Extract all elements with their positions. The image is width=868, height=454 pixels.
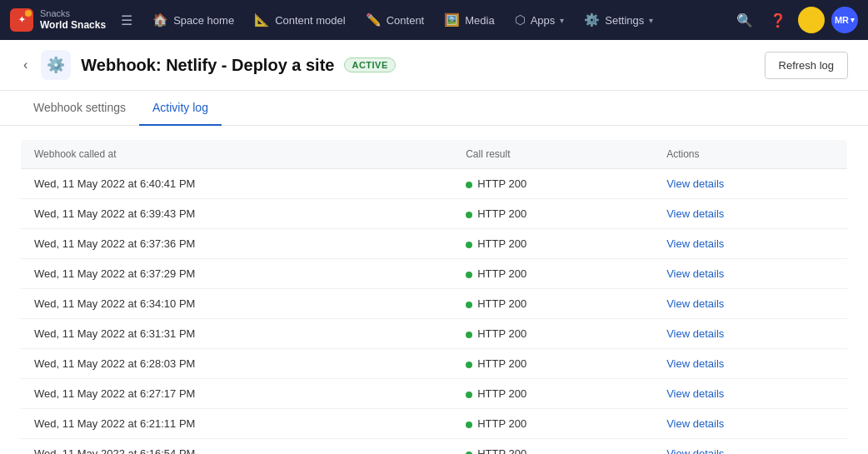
cell-actions: View details	[653, 319, 847, 349]
content-icon: ✏️	[366, 12, 382, 27]
nav-settings-label: Settings	[605, 14, 644, 27]
cell-called-at: Wed, 11 May 2022 at 6:39:43 PM	[21, 199, 453, 229]
nav-settings[interactable]: ⚙️ Settings ▾	[576, 7, 661, 32]
cell-actions: View details	[653, 439, 847, 455]
tab-activity-log[interactable]: Activity log	[139, 91, 222, 126]
cell-actions: View details	[653, 349, 847, 379]
cell-actions: View details	[653, 169, 847, 199]
settings-icon: ⚙️	[584, 12, 600, 27]
table-row: Wed, 11 May 2022 at 6:37:29 PM HTTP 200 …	[21, 259, 848, 289]
status-dot-icon	[466, 182, 472, 188]
back-button[interactable]: ‹	[20, 54, 31, 76]
cell-actions: View details	[653, 229, 847, 259]
status-dot-icon	[466, 242, 472, 248]
activity-log-table: Webhook called at Call result Actions We…	[20, 139, 848, 454]
nav-media-label: Media	[465, 14, 494, 27]
cell-called-at: Wed, 11 May 2022 at 6:40:41 PM	[21, 169, 453, 199]
cell-called-at: Wed, 11 May 2022 at 6:34:10 PM	[21, 289, 453, 319]
nav-content-model[interactable]: 📐 Content model	[246, 7, 354, 32]
table-row: Wed, 11 May 2022 at 6:28:03 PM HTTP 200 …	[21, 349, 848, 379]
cell-call-result: HTTP 200	[452, 289, 653, 319]
table-row: Wed, 11 May 2022 at 6:39:43 PM HTTP 200 …	[21, 199, 848, 229]
view-details-button[interactable]: View details	[666, 387, 724, 400]
cell-actions: View details	[653, 259, 847, 289]
table-row: Wed, 11 May 2022 at 6:31:31 PM HTTP 200 …	[21, 319, 848, 349]
app-icon: ✦	[10, 8, 33, 32]
view-details-button[interactable]: View details	[666, 237, 724, 250]
activity-log-section: Webhook called at Call result Actions We…	[0, 126, 868, 454]
cell-actions: View details	[653, 289, 847, 319]
logo: ✦ Snacks World Snacks	[10, 7, 106, 32]
view-details-button[interactable]: View details	[666, 207, 724, 220]
table-header: Webhook called at Call result Actions	[21, 140, 848, 169]
status-dot-icon	[466, 392, 472, 398]
nav-content-label: Content	[387, 14, 425, 27]
status-dot-icon	[466, 272, 472, 278]
cell-call-result: HTTP 200	[452, 349, 653, 379]
cell-call-result: HTTP 200	[452, 379, 653, 409]
cell-call-result: HTTP 200	[452, 229, 653, 259]
status-dot-icon	[466, 452, 472, 454]
table-body: Wed, 11 May 2022 at 6:40:41 PM HTTP 200 …	[21, 169, 848, 455]
nav-apps-label: Apps	[531, 14, 556, 27]
view-details-button[interactable]: View details	[666, 297, 724, 310]
media-icon: 🖼️	[444, 12, 460, 27]
view-details-button[interactable]: View details	[666, 327, 724, 340]
search-button[interactable]: 🔍	[731, 7, 758, 33]
nav-space-home-label: Space home	[173, 14, 234, 27]
tab-webhook-settings[interactable]: Webhook settings	[20, 91, 139, 126]
cell-called-at: Wed, 11 May 2022 at 6:37:36 PM	[21, 229, 453, 259]
cell-call-result: HTTP 200	[452, 199, 653, 229]
view-details-button[interactable]: View details	[666, 417, 724, 430]
apps-chevron-icon: ▾	[560, 16, 564, 25]
cell-called-at: Wed, 11 May 2022 at 6:16:54 PM	[21, 439, 453, 455]
content-model-icon: 📐	[254, 12, 270, 27]
logo-snacks: Snacks	[40, 7, 106, 19]
view-details-button[interactable]: View details	[666, 177, 724, 190]
refresh-log-button[interactable]: Refresh log	[765, 52, 848, 79]
user-avatar[interactable]: MR ▾	[831, 7, 858, 33]
nav-space-home[interactable]: 🏠 Space home	[144, 7, 242, 32]
col-actions: Actions	[653, 140, 847, 169]
table-row: Wed, 11 May 2022 at 6:16:54 PM HTTP 200 …	[21, 439, 848, 455]
col-call-result: Call result	[452, 140, 653, 169]
cell-call-result: HTTP 200	[452, 409, 653, 439]
user-chevron-icon: ▾	[851, 16, 855, 24]
logo-worldsnacks: World Snacks	[40, 19, 106, 32]
home-icon: 🏠	[152, 12, 168, 27]
cell-call-result: HTTP 200	[452, 259, 653, 289]
table-row: Wed, 11 May 2022 at 6:34:10 PM HTTP 200 …	[21, 289, 848, 319]
cell-actions: View details	[653, 199, 847, 229]
view-details-button[interactable]: View details	[666, 357, 724, 370]
status-dot-icon	[466, 422, 472, 428]
cell-called-at: Wed, 11 May 2022 at 6:37:29 PM	[21, 259, 453, 289]
cell-call-result: HTTP 200	[452, 169, 653, 199]
table-row: Wed, 11 May 2022 at 6:21:11 PM HTTP 200 …	[21, 409, 848, 439]
cell-called-at: Wed, 11 May 2022 at 6:28:03 PM	[21, 349, 453, 379]
hamburger-button[interactable]: ☰	[116, 7, 137, 33]
tabs-bar: Webhook settings Activity log	[0, 91, 868, 126]
cell-actions: View details	[653, 409, 847, 439]
nav-apps[interactable]: ⬡ Apps ▾	[506, 7, 573, 32]
status-dot-icon	[466, 302, 472, 308]
nav-content-model-label: Content model	[275, 14, 346, 27]
nav-content[interactable]: ✏️ Content	[357, 7, 433, 32]
page-header: ‹ ⚙️ Webhook: Netlify - Deploy a site AC…	[0, 40, 868, 91]
apps-icon: ⬡	[515, 12, 526, 27]
cell-called-at: Wed, 11 May 2022 at 6:27:17 PM	[21, 379, 453, 409]
help-button[interactable]: ❓	[765, 7, 791, 33]
nav-media[interactable]: 🖼️ Media	[436, 7, 502, 32]
status-dot-icon	[466, 212, 472, 218]
cell-called-at: Wed, 11 May 2022 at 6:21:11 PM	[21, 409, 453, 439]
view-details-button[interactable]: View details	[666, 267, 724, 280]
status-badge: ACTIVE	[344, 57, 395, 72]
table-row: Wed, 11 May 2022 at 6:40:41 PM HTTP 200 …	[21, 169, 848, 199]
table-row: Wed, 11 May 2022 at 6:37:36 PM HTTP 200 …	[21, 229, 848, 259]
logo-text: Snacks World Snacks	[40, 7, 106, 32]
col-called-at: Webhook called at	[21, 140, 453, 169]
topnav: ✦ Snacks World Snacks ☰ 🏠 Space home 📐 C…	[0, 0, 868, 40]
status-dot-icon	[466, 362, 472, 368]
cell-call-result: HTTP 200	[452, 319, 653, 349]
webhook-icon: ⚙️	[41, 50, 71, 80]
view-details-button[interactable]: View details	[666, 447, 724, 454]
